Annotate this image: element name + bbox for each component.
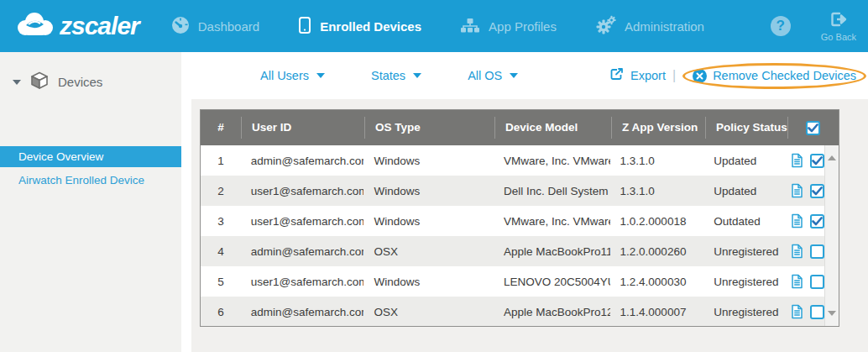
dashboard-gauge-icon — [171, 16, 190, 37]
cell-user-id: user1@safemarch.com — [241, 276, 364, 288]
cell-policy-status: Updated — [703, 155, 786, 167]
cell-os-type: OSX — [363, 306, 494, 318]
row-checkbox[interactable] — [810, 244, 824, 259]
cell-device-model: Apple MacBookPro11,1 — [494, 245, 610, 258]
row-actions — [786, 274, 824, 289]
cell-os-type: OSX — [363, 245, 494, 258]
row-actions — [786, 183, 824, 198]
zscaler-logo: zscaler — [13, 10, 139, 42]
device-detail-document-icon[interactable] — [791, 274, 803, 289]
top-header-bar: zscaler Dashboard Enrolle — [0, 0, 868, 52]
cell-policy-status: Updated — [703, 185, 786, 197]
cell-policy-status: Unregistered — [703, 276, 786, 288]
device-detail-document-icon[interactable] — [791, 244, 803, 259]
device-detail-document-icon[interactable] — [791, 153, 803, 168]
chevron-down-icon — [413, 73, 421, 78]
help-glyph: ? — [776, 18, 785, 34]
cell-user-id: admin@safemarch.com — [241, 155, 364, 167]
filter-all-os[interactable]: All OS — [468, 69, 518, 82]
cell-user-id: user1@safemarch.com — [241, 185, 364, 197]
sidebar-item-label: Airwatch Enrolled Device — [18, 174, 144, 187]
filter-label: States — [371, 69, 405, 82]
logo-wordmark: zscaler — [60, 12, 139, 40]
row-checkbox[interactable] — [810, 154, 824, 168]
row-checkbox[interactable] — [810, 184, 824, 198]
sidebar-group-devices[interactable]: Devices — [0, 52, 181, 93]
column-header-os-type[interactable]: OS Type — [364, 117, 494, 139]
table-scrollbar[interactable] — [824, 145, 839, 326]
column-header-policy-status[interactable]: Policy Status — [705, 117, 787, 139]
column-header-device-model[interactable]: Device Model — [494, 117, 611, 139]
cell-device-model: Apple MacBookPro12,1 — [494, 306, 610, 318]
cell-device-model: VMware, Inc. VMware ... — [494, 155, 610, 167]
exit-arrow-icon — [829, 10, 849, 30]
device-detail-document-icon[interactable] — [791, 304, 803, 319]
nav-label: Administration — [625, 19, 704, 34]
cell-os-type: Windows — [363, 276, 494, 288]
cell-policy-status: Outdated — [703, 215, 786, 228]
column-header-user-id[interactable]: User ID — [241, 117, 364, 139]
remove-checked-wrap: Remove Checked Devices — [682, 63, 866, 89]
cell-os-type: Windows — [363, 215, 494, 228]
cell-device-model: LENOVO 20C5004YUS — [494, 276, 610, 288]
export-button[interactable]: Export — [609, 67, 666, 84]
cell-z-app-version: 1.3.1.0 — [610, 185, 704, 197]
sitemap-icon — [460, 16, 480, 37]
toolbar-divider: | — [672, 68, 676, 83]
cell-z-app-version: 1.2.4.000030 — [610, 276, 704, 288]
help-icon[interactable]: ? — [771, 16, 791, 36]
column-header-index[interactable]: # — [201, 117, 241, 139]
remove-x-icon — [693, 69, 707, 83]
filter-toolbar: All Users States All OS Export | — [181, 52, 868, 99]
table-body: 1admin@safemarch.comWindowsVMware, Inc. … — [201, 145, 824, 326]
go-back-button[interactable]: Go Back — [821, 10, 856, 42]
row-actions — [786, 304, 824, 319]
cell-os-type: Windows — [363, 155, 494, 167]
nav-administration[interactable]: Administration — [595, 15, 704, 38]
device-detail-document-icon[interactable] — [791, 183, 803, 198]
nav-enrolled-devices[interactable]: Enrolled Devices — [298, 16, 421, 37]
filter-label: All OS — [468, 69, 502, 82]
export-label: Export — [630, 69, 666, 82]
cell-user-id: admin@safemarch.com — [241, 306, 364, 318]
column-header-z-app-version[interactable]: Z App Version — [611, 117, 705, 139]
cell-index: 4 — [201, 245, 241, 258]
cell-policy-status: Unregistered — [703, 306, 786, 318]
nav-label: Enrolled Devices — [320, 19, 421, 34]
row-checkbox[interactable] — [810, 214, 824, 229]
nav-app-profiles[interactable]: App Profiles — [460, 16, 557, 37]
devices-table: # User ID OS Type Device Model Z App Ver… — [200, 109, 839, 327]
header-right: ? Go Back — [771, 10, 856, 42]
sidebar-item-device-overview[interactable]: Device Overview — [0, 146, 181, 167]
cell-index: 6 — [201, 306, 241, 318]
select-all-checkbox[interactable] — [806, 121, 820, 135]
scroll-down-icon[interactable] — [828, 311, 836, 316]
cell-index: 5 — [201, 276, 241, 288]
cell-z-app-version: 1.3.1.0 — [610, 155, 704, 167]
remove-checked-devices-button[interactable]: Remove Checked Devices — [693, 69, 856, 83]
sidebar-items: Device Overview Airwatch Enrolled Device — [0, 146, 181, 191]
cell-index: 3 — [201, 215, 241, 228]
scroll-up-icon[interactable] — [828, 155, 836, 160]
sidebar-item-airwatch-enrolled-device[interactable]: Airwatch Enrolled Device — [0, 170, 181, 191]
cell-os-type: Windows — [363, 185, 494, 197]
nav-dashboard[interactable]: Dashboard — [171, 16, 259, 37]
table-actions: Export | Remove Checked Devices — [609, 63, 866, 89]
filter-all-users[interactable]: All Users — [260, 69, 325, 82]
tablet-icon — [298, 16, 311, 37]
table-row: 6admin@safemarch.comOSXApple MacBookPro1… — [201, 297, 824, 326]
main-nav: Dashboard Enrolled Devices — [171, 15, 704, 38]
cell-z-app-version: 1.0.2.000018 — [610, 215, 704, 228]
cell-user-id: admin@safemarch.com — [241, 245, 364, 258]
cell-policy-status: Unregistered — [703, 245, 786, 258]
row-actions — [786, 213, 824, 229]
table-row: 2user1@safemarch.comWindowsDell Inc. Del… — [201, 176, 824, 206]
cube-icon — [29, 71, 50, 93]
cell-index: 2 — [201, 185, 241, 197]
nav-label: App Profiles — [489, 19, 557, 34]
row-checkbox[interactable] — [810, 275, 824, 289]
device-detail-document-icon[interactable] — [791, 213, 803, 229]
filter-states[interactable]: States — [371, 69, 421, 82]
sidebar-group-label: Devices — [58, 75, 102, 89]
row-checkbox[interactable] — [810, 305, 824, 319]
